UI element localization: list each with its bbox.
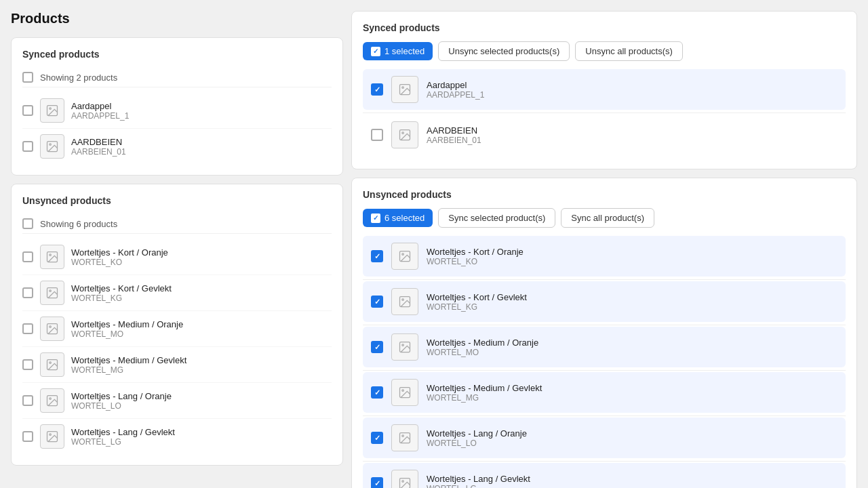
svg-point-15	[50, 434, 52, 436]
left-unsynced-checkbox-4[interactable]	[22, 395, 33, 406]
product-name: AARDBEIEN	[427, 125, 481, 136]
right-unsynced-card: Unsynced products 6 selected Sync select…	[351, 178, 857, 488]
product-sku: WORTEL_KO	[71, 258, 168, 267]
svg-point-31	[402, 481, 404, 483]
table-row: Worteltjes - Kort / Gevlekt WORTEL_KG	[363, 281, 846, 322]
page-title: Products	[11, 11, 343, 26]
right-unsynced-selected-badge: 6 selected	[363, 209, 433, 227]
table-row: AARDBEIEN AARBEIEN_01	[363, 115, 846, 155]
product-name: AARDBEIEN	[71, 137, 126, 147]
left-unsynced-checkbox-2[interactable]	[22, 323, 33, 334]
right-unsynced-row-checkbox-2[interactable]	[371, 341, 383, 353]
product-sku: WORTEL_MG	[427, 393, 542, 403]
product-sku: WORTEL_LO	[71, 401, 172, 411]
left-unsynced-title: Unsynced products	[22, 195, 332, 206]
list-item: Worteltjes - Medium / Oranje WORTEL_MO	[22, 311, 332, 347]
left-unsynced-select-all-checkbox[interactable]	[22, 218, 33, 229]
svg-point-27	[402, 390, 404, 392]
product-sku: AARDAPPEL_1	[427, 90, 484, 100]
left-unsynced-card: Unsynced products Showing 6 products Wor…	[11, 184, 343, 466]
product-sku: WORTEL_KO	[427, 257, 524, 266]
right-synced-products-list: Aardappel AARDAPPEL_1 AARDBEIEN AARBEIEN…	[363, 69, 846, 155]
right-panel: Synced products 1 selected Unsync select…	[351, 11, 857, 477]
left-synced-showing: Showing 2 products	[22, 68, 332, 87]
product-image-icon	[40, 352, 64, 377]
product-image-icon	[391, 379, 418, 406]
right-unsynced-row-checkbox-1[interactable]	[371, 296, 383, 308]
unsynced-badge-check-icon	[371, 214, 380, 223]
right-unsynced-row-checkbox-5[interactable]	[371, 477, 383, 488]
product-name: Worteltjes - Medium / Oranje	[71, 319, 183, 329]
right-unsynced-row-checkbox-4[interactable]	[371, 432, 383, 444]
left-synced-card: Synced products Showing 2 products Aarda…	[11, 37, 343, 176]
svg-point-3	[50, 144, 52, 146]
list-item: Worteltjes - Kort / Oranje WORTEL_KO	[22, 239, 332, 275]
product-sku: WORTEL_KG	[427, 302, 527, 312]
product-sku: AARBEIEN_01	[71, 147, 126, 157]
product-name: Worteltjes - Medium / Oranje	[427, 338, 538, 348]
svg-point-21	[402, 253, 404, 256]
right-synced-toolbar: 1 selected Unsync selected products(s) U…	[363, 41, 846, 61]
product-image-icon	[391, 243, 418, 270]
left-unsynced-products-list: Worteltjes - Kort / Oranje WORTEL_KO Wor…	[22, 239, 332, 454]
list-item: Worteltjes - Lang / Oranje WORTEL_LO	[22, 383, 332, 419]
right-unsynced-row-checkbox-3[interactable]	[371, 386, 383, 399]
right-synced-row-checkbox-1[interactable]	[371, 129, 383, 141]
svg-point-29	[402, 435, 404, 437]
product-name: Worteltjes - Kort / Oranje	[427, 247, 524, 257]
left-synced-select-all-checkbox[interactable]	[22, 72, 33, 83]
table-row: Aardappel AARDAPPEL_1	[363, 69, 846, 110]
product-sku: AARDAPPEL_1	[71, 111, 129, 121]
left-synced-checkbox-0[interactable]	[22, 105, 33, 116]
svg-point-25	[402, 344, 404, 346]
right-synced-title: Synced products	[363, 22, 846, 33]
right-synced-selected-badge: 1 selected	[363, 42, 433, 60]
left-unsynced-checkbox-3[interactable]	[22, 359, 33, 370]
product-name: Worteltjes - Lang / Gevlekt	[427, 474, 530, 484]
unsynced-selected-count: 6 selected	[384, 213, 425, 223]
product-name: Worteltjes - Kort / Oranje	[71, 247, 168, 258]
svg-point-7	[50, 290, 52, 292]
table-row: Worteltjes - Lang / Gevlekt WORTEL_LG	[363, 463, 846, 488]
product-image-icon	[40, 281, 64, 305]
right-synced-row-checkbox-0[interactable]	[371, 83, 383, 96]
product-image-icon	[391, 424, 418, 451]
product-sku: WORTEL_MO	[71, 329, 183, 339]
product-image-icon	[40, 245, 64, 269]
table-row: Worteltjes - Medium / Gevlekt WORTEL_MG	[363, 372, 846, 413]
unsync-all-button[interactable]: Unsync all products(s)	[575, 41, 683, 61]
right-unsynced-row-checkbox-0[interactable]	[371, 250, 383, 262]
unsync-selected-button[interactable]: Unsync selected products(s)	[438, 41, 570, 61]
product-sku: WORTEL_MO	[427, 348, 538, 357]
svg-point-23	[402, 299, 404, 301]
product-name: Worteltjes - Medium / Gevlekt	[427, 383, 542, 393]
table-row: Worteltjes - Kort / Oranje WORTEL_KO	[363, 236, 846, 277]
left-synced-title: Synced products	[22, 49, 332, 60]
list-item: Worteltjes - Lang / Gevlekt WORTEL_LG	[22, 419, 332, 454]
left-synced-checkbox-1[interactable]	[22, 141, 33, 152]
product-image-icon	[391, 288, 418, 315]
left-synced-products-list: Aardappel AARDAPPEL_1 AARDBEIEN AARBEIEN…	[22, 93, 332, 164]
product-image-icon	[40, 424, 64, 449]
product-sku: WORTEL_KG	[71, 293, 172, 303]
synced-selected-count: 1 selected	[384, 46, 425, 56]
left-unsynced-checkbox-0[interactable]	[22, 251, 33, 262]
list-item: Aardappel AARDAPPEL_1	[22, 93, 332, 129]
list-item: Worteltjes - Kort / Gevlekt WORTEL_KG	[22, 275, 332, 311]
svg-point-5	[50, 254, 52, 256]
product-name: Worteltjes - Kort / Gevlekt	[71, 283, 172, 293]
right-synced-card: Synced products 1 selected Unsync select…	[351, 11, 857, 169]
left-unsynced-checkbox-5[interactable]	[22, 431, 33, 442]
product-name: Worteltjes - Kort / Gevlekt	[427, 292, 527, 302]
product-name: Aardappel	[427, 80, 484, 90]
svg-point-11	[50, 362, 52, 364]
sync-all-button[interactable]: Sync all product(s)	[561, 208, 654, 228]
product-sku: WORTEL_LG	[427, 484, 530, 489]
svg-point-9	[50, 326, 52, 328]
product-sku: WORTEL_LO	[427, 439, 527, 448]
product-name: Worteltjes - Medium / Gevlekt	[71, 355, 186, 365]
product-sku: WORTEL_MG	[71, 365, 186, 375]
sync-selected-button[interactable]: Sync selected product(s)	[438, 208, 555, 228]
left-unsynced-checkbox-1[interactable]	[22, 287, 33, 298]
product-name: Aardappel	[71, 101, 129, 111]
